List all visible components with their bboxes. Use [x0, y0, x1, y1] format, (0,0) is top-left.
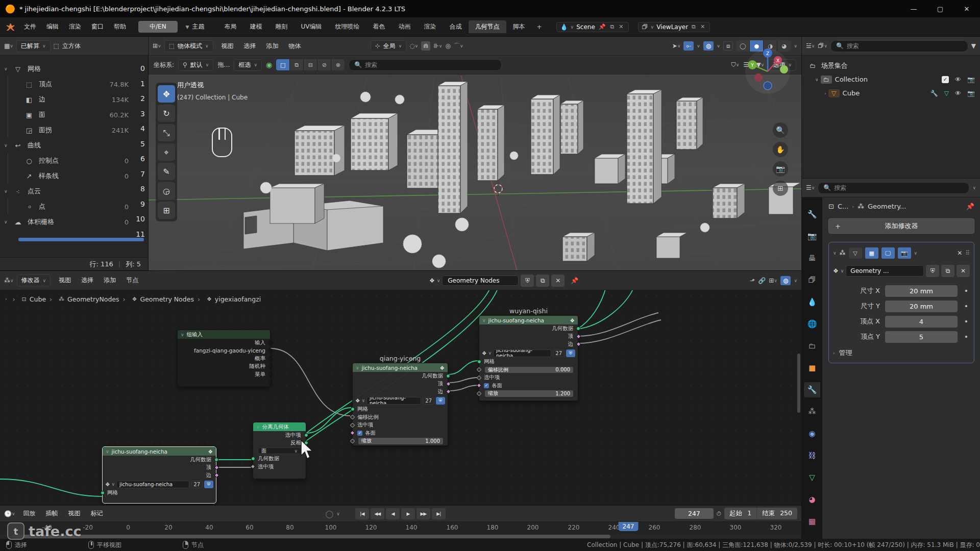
- close-modifier-icon[interactable]: ✕: [957, 249, 962, 257]
- editor-type-icon[interactable]: ▦∨: [4, 42, 13, 49]
- workspace-tab[interactable]: 纹理喷绘: [329, 20, 366, 33]
- tab-physics[interactable]: ◉: [804, 426, 820, 441]
- tab-view-layer[interactable]: 🗇: [804, 272, 820, 288]
- remove-viewlayer-icon[interactable]: ✕: [699, 23, 706, 30]
- stat-row[interactable]: ◲ 面拐 241K: [8, 122, 132, 138]
- realtime-toggle[interactable]: 🖵: [881, 247, 895, 259]
- spreadsheet-scrollbar[interactable]: [18, 238, 144, 241]
- workspace-tab[interactable]: 建模: [243, 20, 269, 33]
- end-frame-field[interactable]: 结束250: [756, 508, 797, 519]
- link-drag-icon[interactable]: 🔗: [758, 277, 766, 284]
- timeline-menu-item[interactable]: 插帧: [41, 508, 63, 519]
- bookmark-icon[interactable]: ⛉∨: [731, 61, 740, 68]
- zoom-icon[interactable]: 🔍: [773, 122, 788, 138]
- tab-scene[interactable]: 💧: [804, 294, 820, 310]
- tab-collection[interactable]: 🗀: [804, 338, 820, 354]
- mode-dropdown[interactable]: ⬚物体模式: [164, 40, 213, 52]
- stat-row[interactable]: ↗ 样条线 0: [8, 168, 132, 184]
- scene-collection-row[interactable]: 🗀 场景集合: [802, 59, 980, 72]
- output-socket[interactable]: [268, 341, 273, 345]
- hide-eye-icon[interactable]: 👁: [955, 90, 961, 97]
- stat-row[interactable]: ▣ 面 60.2K: [8, 107, 132, 122]
- tab-tool[interactable]: 🔧: [804, 207, 820, 222]
- output-socket[interactable]: [268, 357, 273, 361]
- show-overlays-icon[interactable]: ◍: [703, 41, 714, 51]
- app-menu-item[interactable]: 文件: [19, 21, 41, 33]
- transform-orientation-dropdown[interactable]: ⊹全局: [371, 40, 407, 52]
- breadcrumb-modifier[interactable]: Geometry...: [868, 203, 906, 210]
- viewport-tool-button[interactable]: ⌖: [158, 143, 175, 161]
- edit-mode-toggle[interactable]: ▽: [849, 247, 862, 259]
- stat-row[interactable]: ☁ 体积栅格 0: [4, 214, 132, 230]
- node-editor-menu-item[interactable]: 添加: [99, 274, 121, 286]
- playback-button[interactable]: ◀◀: [371, 508, 384, 519]
- user-count[interactable]: 27: [423, 397, 434, 405]
- node-separate-geometry[interactable]: ∨分离几何体 选中项 反相 面∨ 几何数据 选中项: [253, 422, 306, 479]
- tab-particles[interactable]: ⁂: [804, 404, 820, 419]
- viewport-tool-button[interactable]: ↻: [158, 105, 175, 122]
- offset-slider[interactable]: 偏移比例0.000: [485, 367, 573, 373]
- show-gizmo-icon[interactable]: ⟜: [683, 41, 694, 51]
- add-workspace-button[interactable]: +: [532, 21, 547, 33]
- app-menu-item[interactable]: 编辑: [41, 21, 64, 33]
- pivot-point-icon[interactable]: ◌∨: [409, 42, 418, 49]
- breadcrumb-item[interactable]: ❖yigexiaofangzi: [194, 295, 261, 303]
- workspace-tab[interactable]: 着色: [366, 20, 392, 33]
- go-to-parent-icon[interactable]: ⬏: [750, 277, 755, 284]
- node-context-dropdown[interactable]: 修改器: [17, 274, 51, 286]
- properties-search[interactable]: 🔍 搜索: [818, 182, 969, 194]
- output-socket[interactable]: [304, 433, 308, 437]
- input-value-field[interactable]: 20 mm: [885, 285, 958, 297]
- playhead-badge[interactable]: 247: [619, 522, 639, 531]
- select-extend-icon[interactable]: ⧉: [290, 59, 303, 70]
- coord-default-dropdown[interactable]: ⚲默认: [178, 59, 213, 71]
- node-jichu-suofang-neicha[interactable]: ∨jichu-suofang-neicha❖ 几何数据 顶 边 ❖∨ jichu…: [102, 446, 216, 504]
- user-count[interactable]: 27: [553, 349, 565, 357]
- close-button[interactable]: ✕: [953, 0, 980, 17]
- workspace-tab[interactable]: 合成: [443, 20, 469, 33]
- input-value-field[interactable]: 20 mm: [885, 300, 958, 312]
- geometry-nodes-icon[interactable]: ▽: [944, 90, 949, 97]
- snap-grid-icon[interactable]: ⊞∨: [769, 277, 777, 284]
- drag-mode-dropdown[interactable]: 框选: [234, 59, 262, 71]
- node-editor-menu-item[interactable]: 视图: [54, 274, 76, 286]
- playback-button[interactable]: |◀: [355, 508, 369, 519]
- proportional-editing-icon[interactable]: ◎: [445, 42, 450, 49]
- viewport-tool-button[interactable]: ✎: [158, 163, 175, 180]
- fake-user-shield-icon[interactable]: ⛨: [521, 274, 534, 287]
- fake-user-shield-icon[interactable]: ⛨: [436, 397, 445, 405]
- viewport-canvas[interactable]: [149, 74, 801, 270]
- node-wuyan-qishi[interactable]: wuyan-qishi ∨jichu-suofang-neicha❖ 几何数据 …: [479, 315, 578, 401]
- fake-user-shield-icon[interactable]: ⛨: [204, 481, 213, 488]
- input-value-field[interactable]: 4: [885, 316, 958, 328]
- app-menu-item[interactable]: 窗口: [86, 21, 109, 33]
- falloff-curve-icon[interactable]: ⌒∨: [454, 42, 463, 51]
- theme-dropdown[interactable]: ▼主题: [186, 22, 205, 31]
- unlink-icon[interactable]: ✕: [957, 265, 970, 277]
- material-ball-icon[interactable]: ◉: [266, 61, 272, 69]
- viewlayer-selector[interactable]: 🗇∨ ViewLayer ⧉ ✕: [638, 22, 710, 32]
- pin-icon[interactable]: 📌: [571, 277, 578, 284]
- exclude-checkbox[interactable]: ✓: [942, 76, 949, 83]
- new-viewlayer-icon[interactable]: ⧉: [691, 23, 697, 30]
- output-socket[interactable]: [446, 374, 450, 378]
- viewport-search[interactable]: 🔍 搜索: [349, 59, 502, 71]
- animate-dot-icon[interactable]: •: [963, 333, 970, 341]
- animate-dot-icon[interactable]: •: [963, 302, 970, 310]
- animate-dot-icon[interactable]: •: [963, 287, 970, 295]
- workspace-tab[interactable]: 动画: [392, 20, 418, 33]
- copy-icon[interactable]: ⧉: [941, 265, 954, 277]
- xray-toggle-icon[interactable]: ⧈: [723, 41, 733, 51]
- timeline-menu-item[interactable]: 标记: [86, 508, 108, 519]
- snap-target-icon[interactable]: ⊪∨: [433, 42, 442, 49]
- breadcrumb-item[interactable]: ⁂GeometryNodes: [46, 295, 119, 303]
- current-frame-field[interactable]: 247: [675, 508, 714, 519]
- node-tree-name[interactable]: Geometry Nodes: [442, 276, 519, 286]
- workspace-tab[interactable]: 雕刻: [269, 20, 295, 33]
- output-socket[interactable]: [576, 327, 580, 331]
- node-editor-scrollbar[interactable]: [797, 354, 800, 413]
- object-row-cube[interactable]: › ▽ Cube 🔧 ▽ 👁 📷: [802, 86, 980, 100]
- unlink-scene-icon[interactable]: ✕: [618, 23, 624, 30]
- tab-material[interactable]: ◕: [804, 492, 820, 507]
- render-toggle[interactable]: 📷: [898, 247, 911, 259]
